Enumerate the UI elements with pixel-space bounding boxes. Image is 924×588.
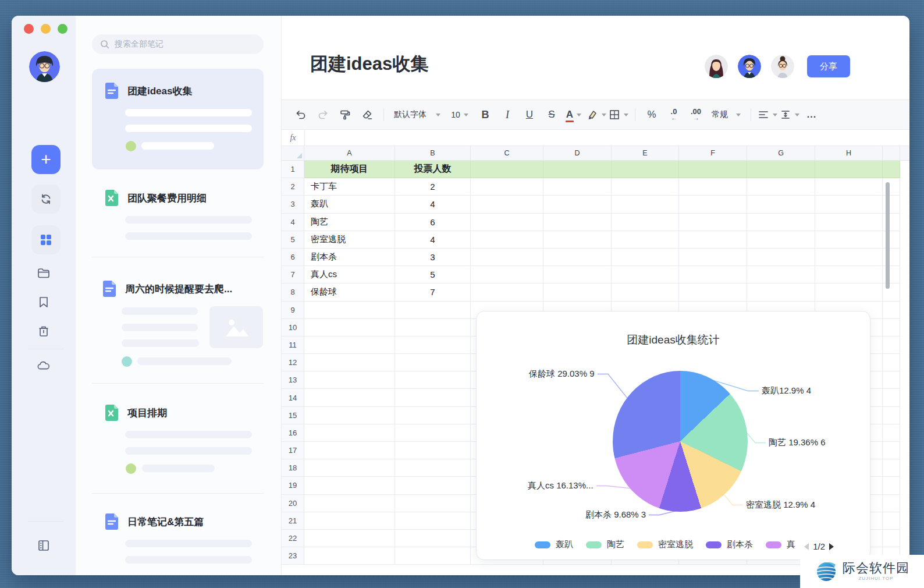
cell[interactable]	[883, 354, 900, 371]
cell[interactable]	[747, 284, 815, 301]
note-card[interactable]: 日常笔记&第五篇	[92, 511, 264, 574]
new-note-button[interactable]: +	[31, 145, 61, 174]
row-header[interactable]: 8	[282, 284, 304, 301]
cell[interactable]	[747, 249, 815, 266]
cell[interactable]: 5	[395, 266, 471, 284]
cell[interactable]	[815, 161, 883, 178]
increase-decimal-button[interactable]: .00→	[686, 105, 706, 125]
cell[interactable]	[543, 266, 612, 284]
cell[interactable]	[304, 389, 395, 406]
row-header[interactable]: 17	[282, 442, 304, 459]
cell[interactable]	[883, 477, 900, 494]
percent-format-button[interactable]: %	[642, 105, 662, 125]
cell[interactable]	[395, 389, 471, 406]
cell[interactable]: 陶艺	[304, 214, 395, 231]
select-all-cell[interactable]	[282, 146, 304, 160]
italic-button[interactable]: I	[497, 105, 517, 125]
legend-next-icon[interactable]	[829, 543, 834, 550]
cell[interactable]	[304, 459, 395, 477]
cell[interactable]	[304, 302, 395, 319]
cell[interactable]	[883, 424, 900, 442]
cell[interactable]	[395, 547, 471, 565]
close-window-icon[interactable]	[24, 24, 34, 34]
cell[interactable]	[471, 249, 543, 266]
cell[interactable]	[679, 178, 747, 196]
user-avatar[interactable]	[29, 51, 60, 82]
row-header[interactable]: 13	[282, 371, 304, 389]
collaborator-avatar[interactable]	[738, 55, 761, 78]
column-header[interactable]: B	[395, 146, 471, 160]
format-painter-button[interactable]	[335, 105, 355, 125]
cell[interactable]	[612, 196, 679, 213]
borders-button[interactable]	[609, 105, 628, 125]
cell[interactable]: 4	[395, 196, 471, 213]
cell[interactable]	[395, 459, 471, 477]
row-header[interactable]: 20	[282, 495, 304, 512]
note-card[interactable]: 项目排期	[92, 402, 264, 490]
cell[interactable]	[612, 266, 679, 284]
cell[interactable]	[543, 178, 612, 196]
font-color-button[interactable]: A	[564, 105, 584, 125]
more-tools-button[interactable]: ...	[802, 105, 822, 125]
cell[interactable]: 剧本杀	[304, 249, 395, 266]
cell[interactable]	[883, 161, 900, 178]
legend-item[interactable]: 密室逃脱	[637, 539, 693, 550]
horizontal-align-select[interactable]	[758, 105, 777, 125]
cell[interactable]	[395, 407, 471, 424]
cell[interactable]	[612, 231, 679, 249]
cell[interactable]	[747, 214, 815, 231]
cell[interactable]	[679, 284, 747, 301]
cell[interactable]	[395, 530, 471, 547]
cell[interactable]	[471, 214, 543, 231]
cell[interactable]	[304, 477, 395, 494]
row-header[interactable]: 21	[282, 512, 304, 530]
cell[interactable]	[395, 442, 471, 459]
cell[interactable]	[395, 354, 471, 371]
cell[interactable]	[883, 512, 900, 530]
row-header[interactable]: 1	[282, 161, 304, 178]
column-header[interactable]: H	[815, 146, 883, 160]
cell[interactable]	[612, 284, 679, 301]
cell[interactable]	[815, 214, 883, 231]
cell[interactable]	[543, 284, 612, 301]
row-header[interactable]: 18	[282, 459, 304, 477]
cell[interactable]	[883, 495, 900, 512]
fill-color-button[interactable]	[586, 105, 606, 125]
cell[interactable]: 卡丁车	[304, 178, 395, 196]
cell[interactable]	[747, 231, 815, 249]
row-header[interactable]: 2	[282, 178, 304, 196]
row-header[interactable]: 10	[282, 319, 304, 336]
cell[interactable]	[747, 266, 815, 284]
cell[interactable]	[471, 284, 543, 301]
note-card-current[interactable]: 团建ideas收集	[92, 69, 264, 169]
cell[interactable]	[304, 354, 395, 371]
cell[interactable]	[304, 319, 395, 336]
cell[interactable]	[815, 178, 883, 196]
cell[interactable]	[679, 196, 747, 213]
cell[interactable]	[395, 477, 471, 494]
legend-item[interactable]: 剧本杀	[706, 539, 753, 550]
cell[interactable]	[815, 196, 883, 213]
maximize-window-icon[interactable]	[58, 24, 67, 34]
cell[interactable]	[304, 547, 395, 565]
cell[interactable]	[471, 178, 543, 196]
vertical-align-select[interactable]	[780, 105, 799, 125]
cell[interactable]	[395, 512, 471, 530]
cell[interactable]	[747, 196, 815, 213]
row-header[interactable]: 9	[282, 302, 304, 319]
cell[interactable]	[883, 336, 900, 354]
cell[interactable]	[747, 178, 815, 196]
cell[interactable]	[883, 442, 900, 459]
collaborator-avatar[interactable]	[705, 55, 728, 78]
cell[interactable]	[815, 284, 883, 301]
cell[interactable]	[883, 459, 900, 477]
row-header[interactable]: 15	[282, 407, 304, 424]
chart-panel[interactable]: 团建ideas收集统计 保龄球 29.03% 9 轰趴12.9% 4 陶艺 19…	[476, 311, 870, 560]
row-header[interactable]: 6	[282, 249, 304, 266]
cell[interactable]: 7	[395, 284, 471, 301]
apps-button[interactable]	[31, 225, 61, 254]
formula-input[interactable]	[305, 130, 909, 146]
cell[interactable]	[883, 319, 900, 336]
cell[interactable]	[612, 161, 679, 178]
cell[interactable]	[304, 336, 395, 354]
